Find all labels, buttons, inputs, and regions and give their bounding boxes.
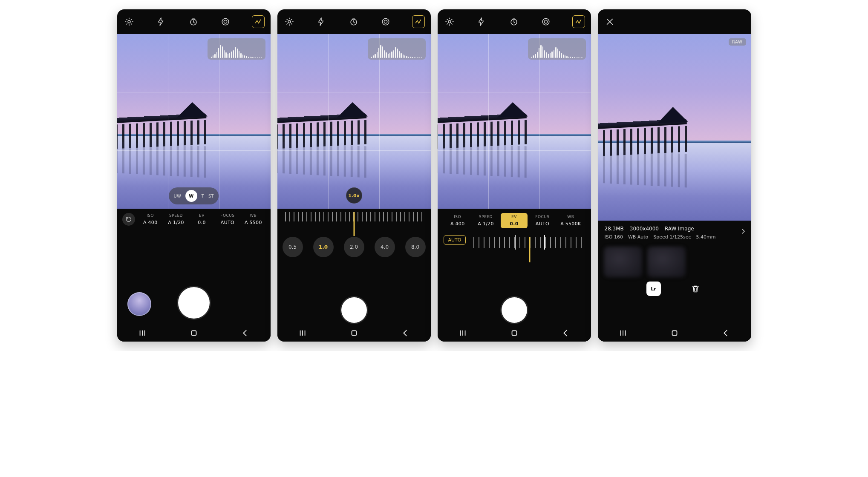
back-icon[interactable] xyxy=(720,328,731,339)
zoom-2.0[interactable]: 2.0 xyxy=(344,237,364,257)
lens-option-st[interactable]: ST xyxy=(208,194,213,198)
file-size: 28.3MB xyxy=(605,226,624,232)
photo-preview[interactable]: RAW xyxy=(598,34,751,221)
settings-gear-icon[interactable] xyxy=(283,16,295,28)
preview-thumb[interactable] xyxy=(604,247,642,277)
exposure-readouts: ISOA 400 SPEEDA 1/20 EV0.0 FOCUSAUTO WBA… xyxy=(438,209,591,230)
svg-rect-14 xyxy=(512,331,516,336)
lens-option-w[interactable]: W xyxy=(185,190,197,202)
info-iso: ISO 160 xyxy=(605,234,623,240)
shutter-button[interactable] xyxy=(502,297,527,323)
flash-icon[interactable] xyxy=(155,16,167,28)
zoom-ruler[interactable] xyxy=(285,212,423,229)
lens-option-t[interactable]: T xyxy=(202,194,204,198)
histogram-toggle-icon[interactable] xyxy=(572,15,585,28)
image-type: RAW Image xyxy=(665,226,694,232)
zoom-4.0[interactable]: 4.0 xyxy=(375,237,395,257)
settings-gear-icon[interactable] xyxy=(444,16,456,28)
android-navbar xyxy=(598,325,751,342)
android-navbar xyxy=(277,325,431,342)
zoom-needle[interactable] xyxy=(353,212,355,236)
top-controls xyxy=(117,9,271,34)
svg-rect-9 xyxy=(352,331,356,336)
svg-point-0 xyxy=(128,20,130,23)
zoom-1.0[interactable]: 1.0 xyxy=(313,237,334,257)
viewfinder[interactable]: UW W T ST xyxy=(117,34,271,209)
close-icon[interactable] xyxy=(604,16,616,28)
reset-icon[interactable] xyxy=(122,213,135,226)
preview-thumb[interactable] xyxy=(647,247,686,277)
lens-option-uw[interactable]: UW xyxy=(174,194,181,198)
speed-readout[interactable]: SPEEDA 1/20 xyxy=(473,215,499,227)
exposure-readouts: ISOA 400 SPEEDA 1/20 EV0.0 FOCUSAUTO WBA… xyxy=(117,209,271,227)
ev-needle[interactable] xyxy=(529,237,530,262)
ev-auto-button[interactable]: AUTO xyxy=(444,235,466,245)
raw-badge: RAW xyxy=(729,38,746,46)
flash-icon[interactable] xyxy=(476,16,487,28)
ev-readout-active[interactable]: EV0.0 xyxy=(501,213,527,228)
wb-readout[interactable]: WBA 5500 xyxy=(241,213,265,225)
svg-point-13 xyxy=(542,18,549,25)
svg-point-3 xyxy=(222,18,229,25)
zoom-presets: 0.5 1.0 2.0 4.0 8.0 xyxy=(277,237,431,257)
home-icon[interactable] xyxy=(669,328,680,339)
info-speed: Speed 1/125sec xyxy=(653,234,691,240)
iso-readout[interactable]: ISOA 400 xyxy=(444,215,471,227)
recents-icon[interactable] xyxy=(458,328,469,339)
shutter-button[interactable] xyxy=(178,287,210,319)
svg-rect-4 xyxy=(191,331,196,336)
phone-review: RAW 28.3MB 3000x4000 RAW Image ISO 160 W… xyxy=(598,9,751,342)
svg-point-12 xyxy=(544,20,547,23)
zoom-0.5[interactable]: 0.5 xyxy=(283,237,303,257)
preview-strip[interactable] xyxy=(598,243,751,277)
viewfinder[interactable] xyxy=(438,34,591,209)
top-controls xyxy=(277,9,431,34)
metering-icon[interactable] xyxy=(540,16,552,28)
iso-readout[interactable]: ISOA 400 xyxy=(138,213,162,225)
svg-point-7 xyxy=(384,20,387,23)
flash-icon[interactable] xyxy=(315,16,327,28)
delete-icon[interactable] xyxy=(688,282,703,296)
open-lightroom-button[interactable]: Lr xyxy=(646,282,661,296)
zoom-8.0[interactable]: 8.0 xyxy=(405,237,426,257)
metering-icon[interactable] xyxy=(380,16,392,28)
back-icon[interactable] xyxy=(239,328,251,339)
top-controls xyxy=(438,9,591,34)
recents-icon[interactable] xyxy=(618,328,629,339)
settings-gear-icon[interactable] xyxy=(123,16,135,28)
recents-icon[interactable] xyxy=(297,328,309,339)
four-phone-row: UW W T ST ISOA 400 SPEEDA 1/20 EV0.0 FOC… xyxy=(0,0,868,351)
image-dimensions: 3000x4000 xyxy=(630,226,659,232)
histogram-overlay xyxy=(368,38,426,60)
histogram-toggle-icon[interactable] xyxy=(252,15,265,28)
review-actions: Lr xyxy=(598,282,751,296)
recents-icon[interactable] xyxy=(137,328,148,339)
chevron-right-icon[interactable] xyxy=(739,227,747,237)
focus-readout[interactable]: FOCUSAUTO xyxy=(529,215,556,227)
back-icon[interactable] xyxy=(400,328,411,339)
home-icon[interactable] xyxy=(509,328,520,339)
histogram-toggle-icon[interactable] xyxy=(412,15,425,28)
phone-camera-default: UW W T ST ISOA 400 SPEEDA 1/20 EV0.0 FOC… xyxy=(117,9,271,342)
svg-point-2 xyxy=(224,20,227,23)
composition-grid xyxy=(277,34,431,209)
metering-icon[interactable] xyxy=(219,16,231,28)
android-navbar xyxy=(117,325,271,342)
svg-rect-15 xyxy=(672,331,677,336)
viewfinder[interactable]: 1.0x xyxy=(277,34,431,209)
home-icon[interactable] xyxy=(188,328,199,339)
focus-readout[interactable]: FOCUSAUTO xyxy=(216,213,239,225)
timer-icon[interactable] xyxy=(187,16,199,28)
ev-readout[interactable]: EV0.0 xyxy=(190,213,213,225)
wb-readout[interactable]: WBA 5500K xyxy=(557,215,584,227)
zoom-bubble[interactable]: 1.0x xyxy=(346,187,362,204)
speed-readout[interactable]: SPEEDA 1/20 xyxy=(164,213,188,225)
android-navbar xyxy=(438,325,591,342)
back-icon[interactable] xyxy=(560,328,571,339)
last-shot-thumbnail[interactable] xyxy=(127,292,151,316)
lens-selector[interactable]: UW W T ST xyxy=(169,187,219,204)
shutter-button[interactable] xyxy=(341,297,367,323)
timer-icon[interactable] xyxy=(348,16,360,28)
timer-icon[interactable] xyxy=(508,16,520,28)
home-icon[interactable] xyxy=(349,328,360,339)
